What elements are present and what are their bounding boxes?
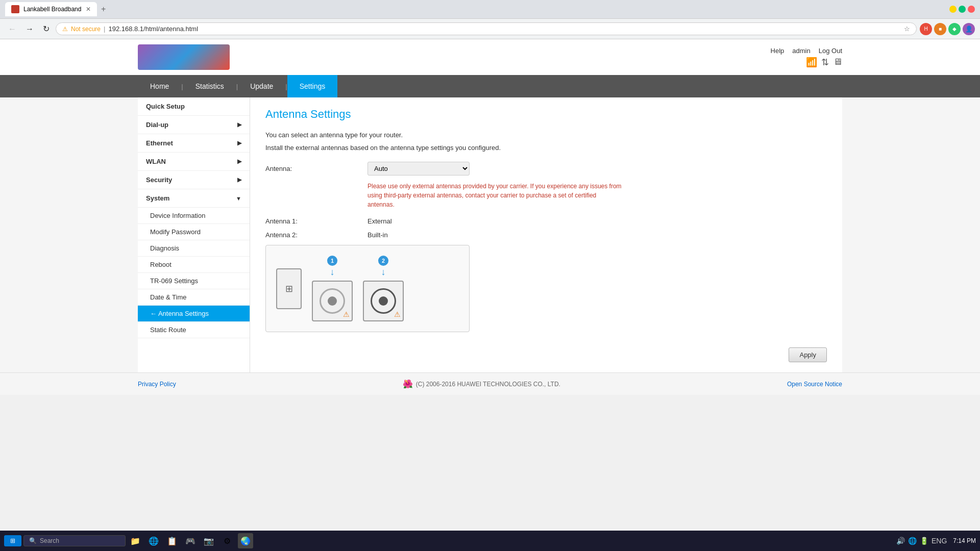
back-button[interactable]: ← (5, 22, 19, 36)
security-arrow-icon: ▶ (237, 177, 241, 183)
footer-copyright: (C) 2006-2016 HUAWEI TECHNOLOGIES CO., L… (416, 381, 560, 388)
start-button[interactable]: ⊞ (4, 535, 21, 546)
sidebar: Quick Setup Dial-up ▶ Ethernet ▶ WLAN ▶ … (138, 97, 250, 372)
taskbar-icon-edge[interactable]: 🌐 (146, 533, 161, 548)
sidebar-item-modify-password[interactable]: Modify Password (138, 224, 250, 240)
sidebar-label-tr069: TR-069 Settings (150, 277, 198, 285)
forward-button[interactable]: → (22, 22, 37, 36)
antenna-select[interactable]: Auto External Built-in (368, 162, 470, 176)
antenna-1-circle (320, 288, 345, 314)
sidebar-item-antenna-settings[interactable]: ← Antenna Settings (138, 306, 250, 322)
maximize-button[interactable] (959, 6, 966, 13)
sidebar-item-diagnosis[interactable]: Diagnosis (138, 240, 250, 257)
open-source-link[interactable]: Open Source Notice (787, 381, 842, 388)
nav-statistics[interactable]: Statistics (183, 75, 236, 97)
button-row: Apply (265, 347, 827, 362)
sidebar-item-quick-setup[interactable]: Quick Setup (138, 97, 250, 116)
sidebar-item-tr069[interactable]: TR-069 Settings (138, 273, 250, 289)
apply-button[interactable]: Apply (789, 347, 827, 362)
taskbar-icon-settings[interactable]: ⚙ (219, 533, 235, 548)
form-section: Antenna: Auto External Built-in Please u… (265, 162, 827, 362)
sidebar-label-modify-password: Modify Password (150, 228, 201, 236)
taskbar-icon-task[interactable]: 📋 (164, 533, 180, 548)
sidebar-item-device-information[interactable]: Device Information (138, 208, 250, 224)
page-header: Help admin Log Out 📶 ⇅ 🖥 (0, 39, 980, 75)
monitor-icon: 🖥 (833, 57, 842, 67)
user-icon[interactable]: 👤 (963, 23, 975, 35)
sidebar-item-wlan[interactable]: WLAN ▶ (138, 153, 250, 171)
taskbar-tray: 🔊 🌐 🔋 ENG (896, 537, 947, 545)
sidebar-item-system[interactable]: System ▼ (138, 189, 250, 208)
sidebar-label-antenna: ← Antenna Settings (150, 310, 209, 317)
privacy-policy-link[interactable]: Privacy Policy (138, 381, 176, 388)
header-actions: Help admin Log Out (771, 47, 842, 55)
sidebar-item-dialup[interactable]: Dial-up ▶ (138, 116, 250, 134)
antenna-2-arrow-icon: ↓ (381, 267, 386, 278)
antenna-1-box: 1 ↓ ⚠ (312, 256, 353, 321)
tab-favicon (11, 5, 19, 13)
search-placeholder-text: Search (40, 537, 59, 544)
browser-toolbar: ← → ↻ ⚠ Not secure | 192.168.8.1/html/an… (0, 18, 980, 39)
extension-icons: H ■ ◆ 👤 (920, 23, 975, 35)
antenna-2-number: 2 (378, 256, 388, 266)
dialup-arrow-icon: ▶ (237, 121, 241, 128)
footer-center: 🌺 (C) 2006-2016 HUAWEI TECHNOLOGIES CO.,… (403, 379, 560, 389)
taskbar-right: 🔊 🌐 🔋 ENG 7:14 PM (896, 537, 976, 545)
taskbar-icon-browser[interactable]: 🌏 (238, 533, 253, 548)
antenna2-value: Built-in (368, 231, 388, 239)
antenna-1-arrow-icon: ↓ (330, 267, 335, 278)
new-tab-button[interactable]: + (97, 4, 110, 15)
battery-tray-icon: 🔋 (920, 537, 928, 545)
sidebar-label-quick-setup: Quick Setup (146, 103, 185, 110)
nav-update[interactable]: Update (238, 75, 285, 97)
sidebar-item-security[interactable]: Security ▶ (138, 171, 250, 189)
nav-settings[interactable]: Settings (287, 75, 338, 97)
antenna1-label: Antenna 1: (265, 217, 368, 225)
sidebar-label-diagnosis: Diagnosis (150, 244, 179, 252)
description-1: You can select an antenna type for your … (265, 131, 827, 139)
sidebar-label-ethernet: Ethernet (146, 139, 173, 147)
antenna-diagram: ⊞ 1 ↓ ⚠ (265, 245, 470, 332)
antenna-2-warning-icon: ⚠ (394, 310, 401, 318)
sidebar-item-reboot[interactable]: Reboot (138, 257, 250, 273)
sidebar-item-datetime[interactable]: Date & Time (138, 289, 250, 306)
ext-icon-3[interactable]: ◆ (948, 23, 961, 35)
huawei-logo-icon: 🌺 (403, 379, 413, 389)
ethernet-arrow-icon: ▶ (237, 140, 241, 146)
language-tray-label: ENG (932, 537, 947, 545)
taskbar-icon-camera[interactable]: 📷 (201, 533, 216, 548)
wlan-arrow-icon: ▶ (237, 158, 241, 165)
taskbar: ⊞ 🔍 Search 📁 🌐 📋 🎮 📷 ⚙ 🌏 🔊 🌐 🔋 ENG 7:14 … (0, 531, 980, 551)
main-navigation: Home | Statistics | Update | Settings (0, 75, 980, 97)
sidebar-label-wlan: WLAN (146, 158, 166, 165)
antenna-label: Antenna: (265, 165, 368, 172)
close-button[interactable] (968, 6, 975, 13)
taskbar-search-box[interactable]: 🔍 Search (23, 535, 126, 546)
header-icons: 📶 ⇅ 🖥 (806, 57, 842, 68)
ext-icon-2[interactable]: ■ (934, 23, 946, 35)
system-arrow-icon: ▼ (236, 195, 241, 202)
address-bar[interactable]: ⚠ Not secure | 192.168.8.1/html/antenna.… (56, 22, 917, 35)
refresh-button[interactable]: ↻ (40, 22, 53, 36)
taskbar-icon-explorer[interactable]: 📁 (128, 533, 143, 548)
window-controls (949, 6, 975, 13)
antenna-2-inner (379, 296, 388, 306)
page-wrapper: Help admin Log Out 📶 ⇅ 🖥 Home | Statisti… (0, 39, 980, 395)
help-link[interactable]: Help (771, 47, 785, 55)
network-tray-icon: 🌐 (908, 537, 917, 545)
ext-icon-1[interactable]: H (920, 23, 932, 35)
browser-tab[interactable]: Lankabell Broadband ✕ (5, 2, 97, 16)
sidebar-item-static-route[interactable]: Static Route (138, 322, 250, 338)
antenna1-row: Antenna 1: External (265, 217, 827, 225)
tab-close-button[interactable]: ✕ (86, 6, 91, 13)
minimize-button[interactable] (949, 6, 957, 13)
sidebar-item-ethernet[interactable]: Ethernet ▶ (138, 134, 250, 153)
time-display: 7:14 PM (953, 537, 976, 544)
logout-link[interactable]: Log Out (819, 47, 842, 55)
taskbar-icon-game[interactable]: 🎮 (183, 533, 198, 548)
sidebar-label-system: System (146, 194, 169, 202)
browser-titlebar: Lankabell Broadband ✕ + (0, 0, 980, 18)
bookmark-icon[interactable]: ☆ (904, 25, 910, 33)
nav-home[interactable]: Home (138, 75, 181, 97)
url-text: 192.168.8.1/html/antenna.html (108, 25, 901, 33)
